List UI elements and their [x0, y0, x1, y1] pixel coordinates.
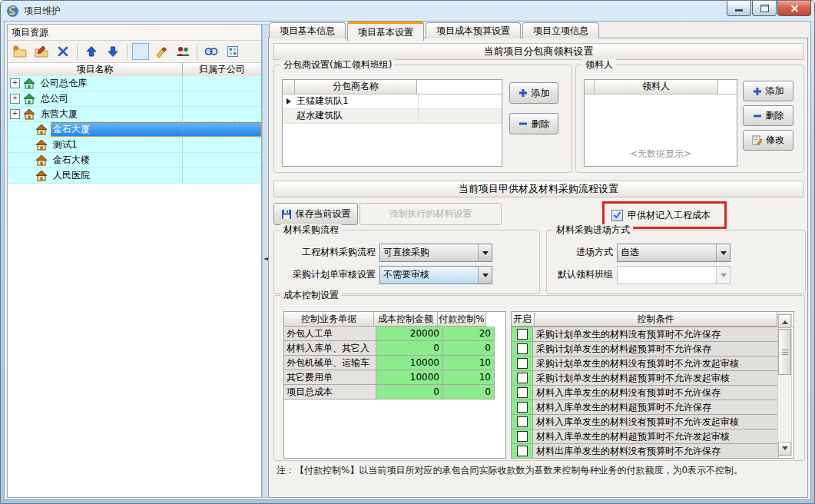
- checkbox-unchecked-icon[interactable]: [517, 416, 528, 427]
- color-box-button[interactable]: [132, 43, 149, 60]
- edit-folder-button[interactable]: [32, 42, 51, 61]
- expand-icon[interactable]: +: [10, 109, 20, 119]
- move-up-button[interactable]: [82, 42, 101, 61]
- owner-material-checkbox[interactable]: [611, 210, 623, 221]
- payment-pct-cell[interactable]: 10: [443, 356, 495, 370]
- cost-amount-cell[interactable]: 0: [376, 385, 443, 400]
- payment-pct-cell[interactable]: 0: [443, 341, 495, 356]
- condition-text: 材料出库单发生的材料没有预算时不允许保存: [533, 444, 779, 459]
- scroll-up-button[interactable]: [778, 314, 791, 328]
- tree-item-label: 金石大楼: [51, 153, 261, 167]
- tree-item[interactable]: 金石大厦: [8, 122, 261, 138]
- chevron-down-icon[interactable]: [478, 267, 492, 284]
- default-team-combo[interactable]: [617, 266, 731, 284]
- cost-amount-cell[interactable]: 0: [376, 341, 443, 356]
- close-button[interactable]: [777, 1, 811, 16]
- enable-checkbox-cell[interactable]: [512, 386, 533, 400]
- condition-text: 采购计划单发生的材料超预算时不允许发起审核: [533, 371, 779, 386]
- add-subcontractor-button[interactable]: 添加: [509, 82, 558, 104]
- tree-item[interactable]: + 总公司: [8, 91, 261, 107]
- column-header-project-name[interactable]: 项目名称: [8, 63, 183, 77]
- chevron-down-icon[interactable]: [716, 244, 730, 261]
- tab[interactable]: 项目基本设置: [347, 22, 424, 41]
- enable-checkbox-cell[interactable]: [512, 342, 533, 356]
- condition-row: 材料入库单发生的材料超预算时不允许保存: [512, 400, 793, 415]
- tree-item[interactable]: + 公司总仓库: [8, 76, 261, 91]
- enable-checkbox-cell[interactable]: [512, 371, 533, 386]
- scroll-down-button[interactable]: [778, 442, 791, 456]
- no-data-text: <无数据显示>: [585, 148, 737, 161]
- checkbox-unchecked-icon[interactable]: [517, 329, 528, 340]
- move-down-button[interactable]: [104, 42, 122, 61]
- default-team-label: 默认领料班组: [552, 268, 613, 280]
- arrow-down-icon: [782, 446, 788, 453]
- force-material-settings-button[interactable]: 强制执行的材料设置: [359, 203, 502, 225]
- plan-audit-combo[interactable]: 不需要审核: [379, 266, 492, 284]
- users-button[interactable]: [174, 42, 192, 61]
- tab[interactable]: 项目基本信息: [269, 22, 346, 38]
- tree-item[interactable]: 金石大楼: [8, 153, 261, 168]
- condition-row: 材料入库单发生的材料没有预算时不允许保存: [512, 386, 793, 400]
- enable-checkbox-cell[interactable]: [512, 356, 533, 371]
- subcontractor-row[interactable]: 王猛建筑队1: [283, 94, 502, 109]
- column-header-enable: 开启: [512, 312, 535, 327]
- minus-icon: [518, 119, 528, 128]
- toolbar-separator: [77, 44, 78, 59]
- checkbox-unchecked-icon[interactable]: [517, 358, 528, 369]
- entry-mode-combo[interactable]: 自选: [617, 244, 731, 262]
- material-flow-combo[interactable]: 可直接采购: [379, 244, 492, 262]
- tree-item[interactable]: 人民医院: [8, 168, 261, 184]
- tree-item[interactable]: + 东营大厦: [8, 107, 261, 122]
- project-resource-panel: 项目资源: [7, 24, 262, 498]
- tree-item[interactable]: 测试1: [8, 138, 261, 153]
- modify-picker-button[interactable]: 修改: [743, 130, 793, 151]
- cost-control-group: 成本控制设置 控制业务单据 成本控制金额 付款控制% 外包人工单: [273, 295, 805, 461]
- restore-button[interactable]: [752, 1, 777, 16]
- column-header-sub-company[interactable]: 归属子公司: [183, 63, 261, 77]
- owner-material-checkbox-label[interactable]: 甲供材记入工程成本: [628, 209, 711, 222]
- checkbox-unchecked-icon[interactable]: [517, 343, 528, 354]
- checkbox-unchecked-icon[interactable]: [517, 446, 528, 456]
- delete-picker-button[interactable]: 删除: [743, 105, 793, 126]
- project-tree: + 公司总仓库 +: [8, 76, 261, 497]
- payment-pct-cell[interactable]: 10: [443, 370, 495, 385]
- enable-checkbox-cell[interactable]: [512, 327, 533, 342]
- checkbox-unchecked-icon[interactable]: [517, 373, 528, 383]
- find-button[interactable]: [202, 42, 220, 61]
- column-header-doc-type: 控制业务单据: [284, 312, 374, 327]
- minimize-button[interactable]: [727, 1, 751, 16]
- tab[interactable]: 项目成本预算设置: [426, 22, 521, 38]
- group-title: 材料采购进场方式: [553, 224, 633, 236]
- checkbox-unchecked-icon[interactable]: [517, 402, 528, 413]
- checkbox-unchecked-icon[interactable]: [517, 387, 528, 398]
- expand-icon[interactable]: +: [10, 94, 20, 104]
- delete-subcontractor-button[interactable]: 删除: [509, 113, 558, 134]
- add-picker-button[interactable]: 添加: [743, 81, 793, 101]
- save-settings-button[interactable]: 保存当前设置: [273, 203, 358, 225]
- table-header: 控制业务单据 成本控制金额 付款控制%: [284, 312, 505, 327]
- expand-icon[interactable]: +: [10, 78, 20, 88]
- chevron-down-icon[interactable]: [478, 244, 492, 261]
- enable-checkbox-cell[interactable]: [512, 400, 533, 415]
- eraser-button[interactable]: [152, 42, 171, 61]
- subcontractor-row[interactable]: 赵水建筑队: [283, 109, 502, 124]
- new-folder-button[interactable]: [11, 42, 29, 61]
- grid-settings-button[interactable]: [224, 42, 242, 61]
- cost-amount-cell[interactable]: 10000: [376, 370, 443, 385]
- tab[interactable]: 项目立项信息: [522, 22, 599, 38]
- doc-type-cell: 项目总成本: [284, 385, 376, 400]
- cost-amount-cell[interactable]: 10000: [376, 356, 443, 370]
- delete-node-button[interactable]: [54, 42, 72, 61]
- scrollbar-thumb[interactable]: [778, 329, 791, 375]
- column-header-subcontractor-name: 分包商名称: [295, 80, 417, 94]
- enable-checkbox-cell[interactable]: [512, 415, 533, 429]
- enable-checkbox-cell[interactable]: [512, 429, 533, 444]
- condition-text: 材料入库单发生的材料没有预算时不允许保存: [533, 386, 779, 400]
- condition-table-scrollbar[interactable]: [777, 313, 792, 456]
- cost-amount-cell[interactable]: 20000: [376, 327, 443, 341]
- payment-pct-cell[interactable]: 20: [443, 327, 495, 341]
- checkbox-unchecked-icon[interactable]: [517, 431, 528, 442]
- payment-pct-cell[interactable]: 0: [443, 385, 495, 400]
- enable-checkbox-cell[interactable]: [512, 444, 533, 459]
- subcontractor-rows: 王猛建筑队1 赵水建筑队: [283, 94, 502, 124]
